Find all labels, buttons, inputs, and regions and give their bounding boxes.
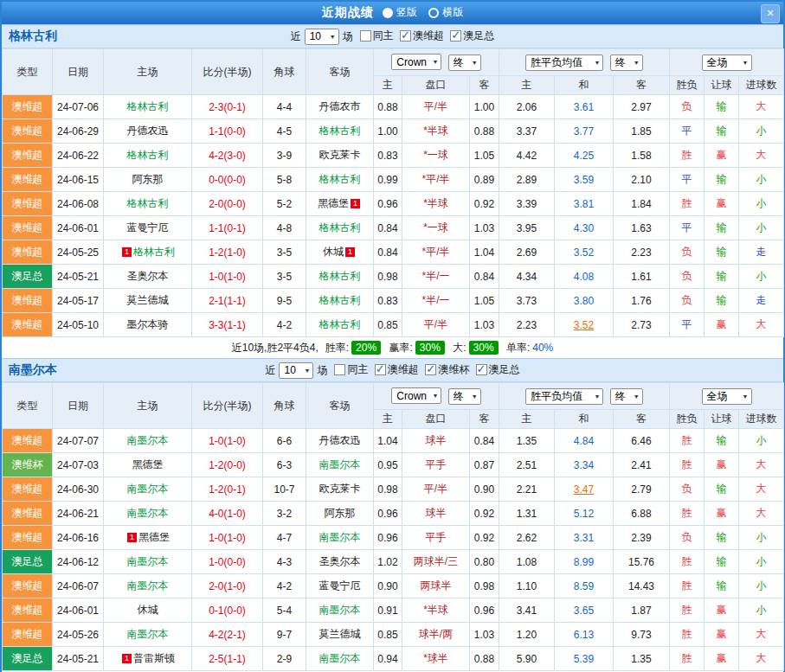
scope-select[interactable]: 全场▼ [702, 54, 752, 71]
layout-radio-option[interactable]: 横版 [428, 5, 463, 20]
europe-home-odds: 3.95 [499, 216, 555, 240]
europe-draw-odds: 5.39 [555, 647, 614, 671]
match-score: 3-3(1-1) [192, 313, 263, 337]
asian-home-odds: 0.96 [374, 502, 402, 526]
recent-results-dialog: 近期战绩 竖版 横版 × 格林古利 近 [0, 0, 785, 672]
result-wdl: 胜 [670, 550, 705, 574]
match-date: 24-06-30 [53, 477, 104, 502]
filter-checkbox-item[interactable]: 澳足总 [476, 362, 520, 377]
europe-away-odds: 2.10 [614, 168, 670, 192]
asian-away-odds: 0.88 [470, 647, 499, 671]
home-team: 墨尔本骑 [104, 313, 192, 337]
europe-away-odds: 2.39 [614, 526, 670, 550]
filter-checkbox-item[interactable]: 澳维杯 [425, 362, 469, 377]
europe-away-odds: 9.73 [614, 623, 670, 647]
league-badge: 澳维超 [3, 144, 53, 168]
bookmaker-select[interactable]: Crown▼ [391, 54, 441, 70]
asian-handicap: 平手 [402, 453, 470, 477]
checkbox[interactable] [425, 364, 436, 375]
close-button[interactable]: × [761, 4, 780, 23]
filter-checkbox-item[interactable]: 澳维超 [400, 29, 444, 43]
europe-home-odds: 2.62 [499, 526, 555, 550]
bookmaker-select[interactable]: Crown▼ [391, 387, 441, 404]
asian-state-select[interactable]: 终▼ [448, 54, 481, 71]
checkbox[interactable] [360, 30, 371, 42]
europe-draw-odds: 4.84 [555, 429, 614, 453]
europe-average-select[interactable]: 胜平负均值▼ [525, 388, 603, 405]
europe-state-select[interactable]: 终▼ [610, 54, 643, 71]
filters: 近 10 ▼ 场 同主 澳维超 [291, 29, 495, 45]
europe-home-odds: 5.90 [499, 647, 555, 671]
league-filter-group: 同主 澳维超 澳维杯 澳足总 [331, 362, 519, 378]
chevron-down-icon: ▼ [594, 60, 600, 66]
result-goals: 大 [739, 313, 784, 337]
match-row: 澳足总 24-05-21 1普雷斯顿 2-5(1-1) 2-9 南墨尔本 0.9… [3, 647, 784, 671]
league-badge: 澳维超 [3, 526, 53, 550]
asian-state-select[interactable]: 终▼ [448, 388, 481, 405]
col-subheader: 主 [499, 76, 555, 95]
filters: 近 10 ▼ 场 同主 澳维超 [265, 362, 519, 379]
result-wdl: 负 [670, 95, 705, 119]
radio-icon [428, 8, 439, 18]
europe-away-odds: 1.61 [614, 265, 670, 289]
checkbox[interactable] [400, 30, 411, 42]
corner-score: 5-4 [263, 598, 306, 623]
checkbox-label: 同主 [347, 362, 368, 377]
europe-home-odds: 4.42 [499, 144, 555, 168]
league-badge: 澳维超 [3, 95, 53, 119]
result-handicap: 赢 [705, 144, 739, 168]
result-goals: 小 [739, 429, 784, 453]
filter-checkbox-item[interactable]: 同主 [360, 29, 394, 43]
match-score: 1-2(0-1) [192, 477, 263, 502]
radio-icon [383, 8, 393, 18]
match-count-select[interactable]: 10 ▼ [305, 29, 339, 45]
checkbox[interactable] [450, 30, 461, 42]
corner-score: 4-5 [263, 119, 306, 144]
layout-radio-option[interactable]: 竖版 [383, 5, 417, 20]
league-badge: 澳维超 [3, 289, 53, 313]
stat-label: 单率: [506, 341, 530, 355]
scope-select[interactable]: 全场▼ [702, 388, 752, 405]
europe-average-value: 胜平负均值 [531, 389, 582, 404]
europe-away-odds: 6.46 [614, 429, 670, 453]
away-team: 莫兰德城 [306, 623, 374, 647]
col-subheader: 和 [555, 76, 614, 95]
europe-away-odds: 2.23 [614, 240, 670, 265]
asian-away-odds: 0.89 [470, 168, 499, 192]
asian-away-odds: 0.80 [470, 550, 499, 574]
match-date: 24-06-15 [53, 168, 104, 192]
filter-checkbox-item[interactable]: 同主 [334, 362, 368, 377]
away-team-name: 格林古利 [319, 221, 361, 234]
col-subheader: 胜负 [670, 410, 705, 429]
checkbox-label: 澳足总 [463, 29, 494, 43]
checkbox[interactable] [375, 364, 386, 375]
asian-handicap: *半球 [402, 192, 470, 216]
red-card-badge: 1 [122, 247, 132, 257]
asian-home-odds: 0.83 [374, 289, 402, 313]
filter-checkbox-item[interactable]: 澳足总 [450, 29, 494, 43]
europe-home-odds: 2.23 [499, 313, 555, 337]
match-count-select[interactable]: 10 ▼ [279, 362, 313, 379]
match-date: 24-05-17 [53, 289, 104, 313]
europe-state-select[interactable]: 终▼ [610, 388, 643, 405]
home-team-name: 阿东那 [132, 173, 164, 185]
europe-average-select[interactable]: 胜平负均值▼ [525, 54, 603, 71]
checkbox[interactable] [476, 364, 487, 375]
europe-away-odds: 1.35 [614, 647, 670, 671]
team-name: 格林古利 [9, 29, 57, 44]
asian-away-odds: 0.96 [470, 598, 499, 623]
checkbox[interactable] [334, 364, 345, 375]
col-subheader: 让球 [705, 76, 739, 95]
match-date: 24-07-07 [53, 429, 104, 453]
asian-away-odds: 0.92 [470, 192, 499, 216]
away-team-name: 格林古利 [319, 294, 361, 306]
europe-home-odds: 2.89 [499, 168, 555, 192]
filter-checkbox-item[interactable]: 澳维超 [375, 362, 419, 377]
europe-draw-odds: 3.59 [555, 168, 614, 192]
col-type: 类型 [3, 49, 53, 95]
match-row: 澳维超 24-06-22 格林古利 4-2(3-0) 3-9 欧克莱卡 0.83… [3, 144, 784, 168]
chevron-down-icon: ▼ [594, 394, 600, 400]
layout-radio-group: 竖版 横版 [374, 5, 463, 21]
league-badge: 澳维超 [3, 192, 53, 216]
result-handicap: 输 [705, 429, 739, 453]
